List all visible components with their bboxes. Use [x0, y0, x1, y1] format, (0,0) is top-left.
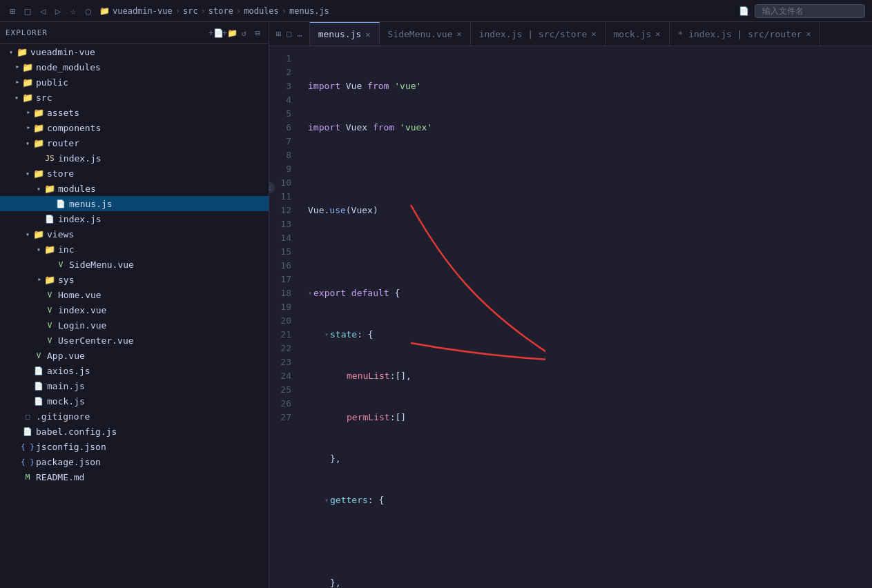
tab-label-menus-js: menus.js: [318, 29, 362, 39]
sidebar-item-views[interactable]: ▾ 📁 views: [0, 226, 269, 242]
editor-area: ‹ ⊞ □ … menus.js ✕ SideMenu.vue ✕ index.…: [269, 22, 872, 588]
refresh-icon[interactable]: ↺: [238, 28, 249, 39]
arrow-src: ▾: [11, 92, 22, 103]
sidebar-item-package[interactable]: ▾ { } package.json: [0, 454, 269, 469]
folder-icon-public: 📁: [22, 77, 33, 88]
sidebar-item-inc[interactable]: ▾ 📁 inc: [0, 242, 269, 257]
tab-router-index[interactable]: * index.js | src/router ✕: [670, 22, 820, 46]
tab-label-store-index: index.js | src/store: [479, 29, 588, 39]
sidebar-item-axios[interactable]: ▾ 📄 axios.js: [0, 363, 269, 378]
code-line-10: },: [308, 452, 861, 466]
folder-icon-inc: 📁: [44, 244, 55, 255]
file-icon-readme: M: [22, 471, 33, 482]
sidebar-item-label-package: package.json: [36, 457, 101, 467]
file-icon-router-index: JS: [44, 153, 55, 164]
arrow-root: ▾: [6, 46, 17, 57]
tab-sidemenu[interactable]: SideMenu.vue ✕: [380, 22, 471, 46]
sidebar-item-store[interactable]: ▾ 📁 store: [0, 166, 269, 181]
new-folder-icon[interactable]: +📁: [224, 28, 235, 39]
sidebar-item-app[interactable]: ▾ V App.vue: [0, 348, 269, 363]
grid-icon[interactable]: ⊞: [7, 6, 18, 17]
tab-close-menus-js[interactable]: ✕: [365, 30, 370, 39]
star-icon[interactable]: ☆: [68, 6, 79, 17]
tab-controls[interactable]: ⊞ □ …: [269, 22, 310, 46]
sidebar-header-label: EXPLORER: [6, 28, 48, 37]
folder-icon-assets: 📁: [33, 107, 44, 118]
sidebar-item-login[interactable]: ▾ V Login.vue: [0, 317, 269, 333]
sidebar-header-icons[interactable]: +📄 +📁 ↺ ⊟: [211, 28, 263, 39]
arrow-inc: ▾: [33, 244, 44, 255]
sidebar-item-usercenter[interactable]: ▾ V UserCenter.vue: [0, 333, 269, 348]
tab-close-router-index[interactable]: ✕: [806, 29, 811, 39]
sidebar-header: EXPLORER +📄 +📁 ↺ ⊟: [0, 22, 269, 44]
sidebar-item-gitignore[interactable]: ▾ □ .gitignore: [0, 409, 269, 424]
split-icon[interactable]: ⊞: [275, 28, 282, 40]
window-controls[interactable]: ⊞ □ ◁ ▷ ☆ ○: [7, 6, 94, 17]
sidebar-item-label-main: main.js: [47, 381, 85, 391]
sidebar-item-label-axios: axios.js: [47, 366, 90, 376]
sidebar-item-home[interactable]: ▾ V Home.vue: [0, 287, 269, 302]
dots-icon[interactable]: …: [295, 28, 303, 40]
sidebar-item-readme[interactable]: ▾ M README.md: [0, 469, 269, 484]
file-icon-jsconfig: { }: [22, 441, 33, 452]
sidebar-item-jsconfig[interactable]: ▾ { } jsconfig.json: [0, 439, 269, 454]
tab-label-sidemenu: SideMenu.vue: [388, 29, 453, 39]
forward-icon[interactable]: ▷: [52, 6, 64, 17]
tab-mock[interactable]: mock.js ✕: [605, 22, 670, 46]
sidebar-item-node-modules[interactable]: ▾ 📁 node_modules: [0, 59, 269, 75]
sidebar-item-public[interactable]: ▾ 📁 public: [0, 75, 269, 90]
tab-store-index[interactable]: index.js | src/store ✕: [471, 22, 605, 46]
file-icon-store-index: 📄: [44, 213, 55, 224]
collapse-all-icon[interactable]: ⊟: [252, 28, 263, 39]
code-line-7: ▾state: {: [308, 328, 861, 342]
sidebar-item-modules[interactable]: ▾ 📁 modules: [0, 181, 269, 196]
folder-icon-root: 📁: [17, 46, 28, 57]
breadcrumb-file: menus.js: [289, 6, 329, 16]
file-icon-package: { }: [22, 456, 33, 467]
file-icon-small: 📄: [739, 6, 749, 16]
tab-label-router-index: * index.js | src/router: [678, 29, 802, 39]
sidebar-item-sys[interactable]: ▾ 📁 sys: [0, 272, 269, 287]
tab-close-sidemenu[interactable]: ✕: [456, 29, 461, 39]
sidebar-item-main[interactable]: ▾ 📄 main.js: [0, 378, 269, 393]
expand-icon[interactable]: □: [285, 28, 293, 40]
titlebar: ⊞ □ ◁ ▷ ☆ ○ 📁 vueadmin-vue › src › store…: [0, 0, 872, 22]
code-editor[interactable]: 12345 678910 1112131415 1617181920 21222…: [269, 46, 872, 588]
arrow-store: ▾: [22, 168, 33, 179]
back-icon[interactable]: ◁: [37, 6, 48, 17]
code-line-13: },: [308, 576, 861, 588]
code-line-4: Vue.use(Vuex): [308, 204, 861, 217]
sidebar-item-label-gitignore: .gitignore: [36, 411, 90, 422]
file-search-input[interactable]: [755, 4, 865, 18]
code-line-2: import Vuex from 'vuex': [308, 121, 861, 135]
code-line-12: [308, 535, 861, 549]
tab-close-store-index[interactable]: ✕: [591, 29, 596, 39]
breadcrumb-modules: modules: [244, 6, 279, 16]
tab-menus-js[interactable]: menus.js ✕: [310, 22, 380, 46]
new-file-icon[interactable]: +📄: [211, 28, 222, 39]
circle-icon[interactable]: ○: [83, 6, 94, 17]
sidebar-item-store-index[interactable]: ▾ 📄 index.js: [0, 211, 269, 226]
save-icon[interactable]: □: [22, 6, 33, 17]
sidebar-item-root[interactable]: ▾ 📁 vueadmin-vue: [0, 44, 269, 59]
sidebar-item-router[interactable]: ▾ 📁 router: [0, 135, 269, 150]
sidebar-item-label-src: src: [36, 92, 52, 103]
sidebar-item-router-index[interactable]: ▾ JS index.js: [0, 150, 269, 166]
sidebar-item-menus-js[interactable]: ▾ 📄 menus.js: [0, 196, 269, 211]
sidebar-item-babel[interactable]: ▾ 📄 babel.config.js: [0, 424, 269, 439]
sidebar-item-mock[interactable]: ▾ 📄 mock.js: [0, 393, 269, 409]
tabs-bar: ⊞ □ … menus.js ✕ SideMenu.vue ✕ index.js…: [269, 22, 872, 46]
main-layout: EXPLORER +📄 +📁 ↺ ⊟ ▾ 📁 vueadmin-vue ▾ 📁 …: [0, 22, 872, 588]
code-line-5: [308, 245, 861, 259]
code-line-8: menuList:[],: [308, 369, 861, 383]
folder-icon-src: 📁: [22, 92, 33, 103]
sidebar-item-label-store-index: index.js: [58, 214, 101, 224]
file-icon-main: 📄: [33, 380, 44, 391]
sidebar-item-label-login: Login.vue: [58, 320, 106, 331]
sidebar-item-assets[interactable]: ▾ 📁 assets: [0, 105, 269, 120]
tab-close-mock[interactable]: ✕: [655, 29, 660, 39]
sidebar-item-components[interactable]: ▾ 📁 components: [0, 120, 269, 135]
sidebar-item-sidemenu[interactable]: ▾ V SideMenu.vue: [0, 257, 269, 272]
sidebar-item-index-vue[interactable]: ▾ V index.vue: [0, 302, 269, 317]
sidebar-item-src[interactable]: ▾ 📁 src: [0, 90, 269, 105]
